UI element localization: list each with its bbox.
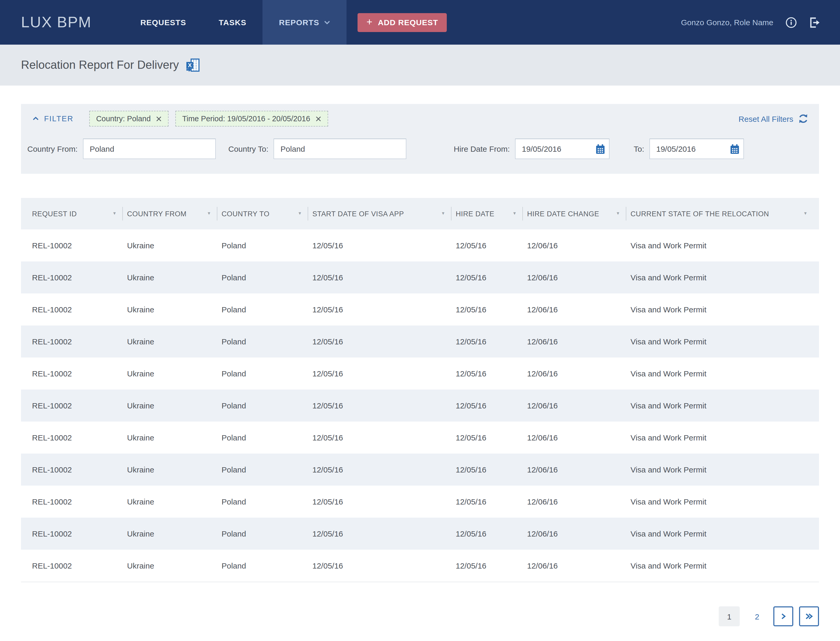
sort-down-icon[interactable]: ▼ xyxy=(512,211,517,216)
filter-collapse-toggle[interactable]: FILTER xyxy=(32,114,74,123)
nav-item-requests[interactable]: REQUESTS xyxy=(124,0,203,45)
table-cell: Poland xyxy=(217,529,307,538)
filter-header-row: FILTER Country: PolandTime Period: 19/05… xyxy=(27,111,808,127)
country-to-input[interactable] xyxy=(274,139,407,159)
table-cell: Ukraine xyxy=(122,497,217,506)
filter-chip-remove-button[interactable] xyxy=(156,116,162,122)
table-cell: REL-10002 xyxy=(21,433,122,442)
table-cell: 12/06/16 xyxy=(522,369,626,378)
table-cell: Visa and Work Permit xyxy=(626,337,819,346)
table-row[interactable]: REL-10002UkrainePoland12/05/1612/05/1612… xyxy=(21,454,819,486)
table-cell: Ukraine xyxy=(122,273,217,282)
sort-down-icon[interactable]: ▼ xyxy=(803,211,808,216)
refresh-icon xyxy=(798,113,808,124)
nav-item-reports[interactable]: REPORTS xyxy=(263,0,346,45)
column-header-label: COUNTRY TO xyxy=(222,210,270,217)
table-cell: 12/05/16 xyxy=(307,433,451,442)
calendar-icon xyxy=(596,144,605,154)
info-button[interactable] xyxy=(785,16,797,28)
column-header-label: START DATE OF VISA APP xyxy=(312,210,404,217)
nav-item-label: REPORTS xyxy=(279,18,319,27)
table-cell: Poland xyxy=(217,433,307,442)
last-page-button[interactable] xyxy=(799,606,819,626)
table-row[interactable]: REL-10002UkrainePoland12/05/1612/05/1612… xyxy=(21,486,819,518)
filter-chip: Country: Poland xyxy=(89,111,169,127)
sort-down-icon[interactable]: ▼ xyxy=(207,211,211,216)
page-button-1-current[interactable]: 1 xyxy=(719,606,740,626)
column-header-country-to: COUNTRY TO▼ xyxy=(217,198,307,229)
table-cell: Poland xyxy=(217,497,307,506)
double-chevron-right-icon xyxy=(805,613,813,620)
table-cell: 12/06/16 xyxy=(522,241,626,250)
table-row[interactable]: REL-10002UkrainePoland12/05/1612/05/1612… xyxy=(21,261,819,293)
sort-down-icon[interactable]: ▼ xyxy=(298,211,302,216)
table-row[interactable]: REL-10002UkrainePoland12/05/1612/05/1612… xyxy=(21,293,819,325)
table-cell: 12/05/16 xyxy=(451,241,522,250)
nav-item-tasks[interactable]: TASKS xyxy=(203,0,262,45)
filter-panel: FILTER Country: PolandTime Period: 19/05… xyxy=(21,104,819,174)
page-title: Relocation Report For Delivery xyxy=(21,58,179,72)
table-cell: REL-10002 xyxy=(21,401,122,410)
filter-chip-remove-button[interactable] xyxy=(315,116,321,122)
titlebar: Relocation Report For Delivery X xyxy=(0,45,840,85)
column-header-current-state-of-the-relocation: CURRENT STATE OF THE RELOCATION▼ xyxy=(626,198,819,229)
table-cell: REL-10002 xyxy=(21,369,122,378)
hire-date-from-calendar-button[interactable] xyxy=(596,144,605,154)
table-cell: Visa and Work Permit xyxy=(626,497,819,506)
export-to-excel-button[interactable]: X xyxy=(186,58,200,72)
table-cell: 12/05/16 xyxy=(451,497,522,506)
table-cell: Ukraine xyxy=(122,529,217,538)
table-cell: REL-10002 xyxy=(21,241,122,250)
table-row[interactable]: REL-10002UkrainePoland12/05/1612/05/1612… xyxy=(21,229,819,261)
table-row[interactable]: REL-10002UkrainePoland12/05/1612/05/1612… xyxy=(21,518,819,550)
table-cell: Visa and Work Permit xyxy=(626,241,819,250)
table-cell: 12/06/16 xyxy=(522,273,626,282)
hire-date-to-input[interactable] xyxy=(649,139,744,159)
table-row[interactable]: REL-10002UkrainePoland12/05/1612/05/1612… xyxy=(21,550,819,582)
sort-down-icon[interactable]: ▼ xyxy=(441,211,445,216)
plus-icon: + xyxy=(367,16,372,27)
main-nav: REQUESTSTASKSREPORTS xyxy=(124,0,347,45)
table-cell: REL-10002 xyxy=(21,305,122,314)
next-page-button[interactable] xyxy=(773,606,793,626)
sort-down-icon[interactable]: ▼ xyxy=(113,211,117,216)
hire-date-to-calendar-button[interactable] xyxy=(730,144,739,154)
sort-down-icon[interactable]: ▼ xyxy=(616,211,620,216)
table-cell: Poland xyxy=(217,241,307,250)
column-header-hire-date-change: HIRE DATE CHANGE▼ xyxy=(522,198,626,229)
table-cell: Visa and Work Permit xyxy=(626,305,819,314)
table-row[interactable]: REL-10002UkrainePoland12/05/1612/05/1612… xyxy=(21,422,819,454)
table-cell: 12/05/16 xyxy=(451,369,522,378)
table-cell: 12/05/16 xyxy=(451,433,522,442)
svg-text:X: X xyxy=(188,62,191,68)
reset-all-filters-button[interactable]: Reset All Filters xyxy=(739,113,808,124)
table-header-row: REQUEST ID▼COUNTRY FROM▼COUNTRY TO▼START… xyxy=(21,198,819,229)
app-logo[interactable]: LUX BPM xyxy=(21,0,92,45)
table-cell: 12/05/16 xyxy=(451,337,522,346)
table-cell: Visa and Work Permit xyxy=(626,401,819,410)
table-cell: Visa and Work Permit xyxy=(626,369,819,378)
country-to-field: Country To: xyxy=(229,139,407,159)
table-row[interactable]: REL-10002UkrainePoland12/05/1612/05/1612… xyxy=(21,325,819,358)
table-cell: 12/06/16 xyxy=(522,561,626,570)
table-cell: Poland xyxy=(217,465,307,474)
add-request-button[interactable]: + ADD REQUEST xyxy=(357,13,447,32)
page-button-2[interactable]: 2 xyxy=(751,612,763,621)
chevron-up-icon xyxy=(32,116,39,121)
table-cell: 12/06/16 xyxy=(522,433,626,442)
chevron-down-icon xyxy=(324,20,330,24)
user-name: Gonzo Gonzo, Role Name xyxy=(681,18,773,27)
table-cell: Ukraine xyxy=(122,369,217,378)
table-cell: 12/05/16 xyxy=(451,529,522,538)
logout-button[interactable] xyxy=(809,16,820,28)
hire-date-from-input[interactable] xyxy=(515,139,610,159)
table-cell: Visa and Work Permit xyxy=(626,529,819,538)
country-from-label: Country From: xyxy=(27,144,78,153)
country-from-input[interactable] xyxy=(83,139,216,159)
table-row[interactable]: REL-10002UkrainePoland12/05/1612/05/1612… xyxy=(21,358,819,390)
table-cell: Visa and Work Permit xyxy=(626,465,819,474)
table-cell: Poland xyxy=(217,305,307,314)
country-to-label: Country To: xyxy=(229,144,269,153)
table-row[interactable]: REL-10002UkrainePoland12/05/1612/05/1612… xyxy=(21,390,819,422)
hire-date-from-field: Hire Date From: xyxy=(454,139,610,159)
